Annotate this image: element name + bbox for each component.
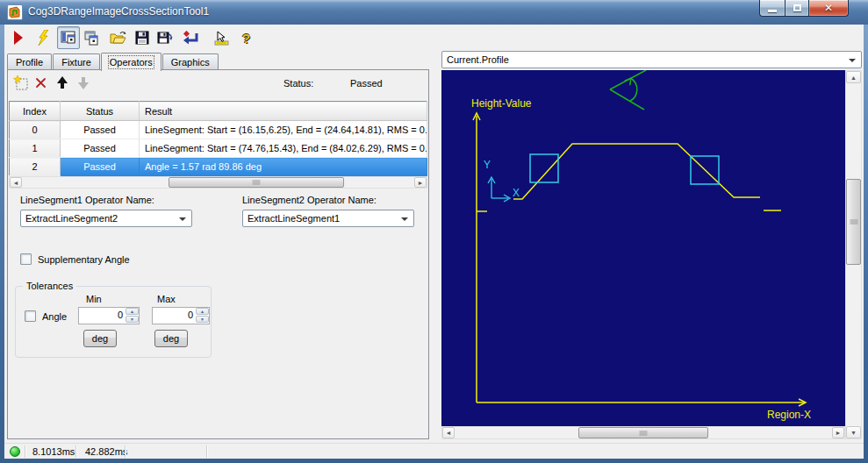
- cell-result[interactable]: LineSegment: Start = (74.76,15.43), End …: [140, 139, 427, 158]
- run-status-indicator-icon: [10, 446, 20, 457]
- maximize-button[interactable]: [786, 0, 809, 17]
- close-icon: ✕: [824, 3, 833, 13]
- scroll-thumb[interactable]: [169, 177, 344, 188]
- profile-display[interactable]: Height-Value Region-X Y X: [441, 70, 845, 426]
- chart-h-scrollbar[interactable]: ◄ ►: [441, 426, 845, 439]
- angle-arm: [610, 89, 644, 110]
- table-row[interactable]: 1 Passed LineSegment: Start = (74.76,15.…: [10, 139, 427, 158]
- spin-down-icon[interactable]: ▼: [126, 316, 139, 323]
- linesegment1-combobox[interactable]: ExtractLineSegment2: [20, 210, 192, 227]
- angle-max-updown[interactable]: 0 ▲ ▼: [152, 307, 210, 324]
- move-down-icon: [76, 75, 90, 90]
- scroll-up-icon[interactable]: ▲: [846, 71, 861, 83]
- add-operator-icon: [13, 75, 29, 91]
- cell-status[interactable]: Passed: [61, 139, 140, 158]
- cell-index[interactable]: 2: [10, 158, 61, 176]
- status-label: Status:: [283, 78, 313, 89]
- min-label: Min: [86, 294, 102, 304]
- spin-up-icon[interactable]: ▲: [126, 308, 139, 315]
- help-button[interactable]: ?: [242, 28, 250, 47]
- max-deg-button[interactable]: deg: [154, 330, 188, 347]
- move-up-button[interactable]: [55, 75, 71, 91]
- statusbar-separator: [25, 445, 25, 458]
- table-h-scrollbar[interactable]: ◄ ►: [9, 176, 427, 189]
- reset-button[interactable]: [183, 28, 198, 47]
- tab-profile[interactable]: Profile: [7, 53, 52, 70]
- cell-result[interactable]: Angle = 1.57 rad 89.86 deg: [140, 158, 427, 176]
- cell-status[interactable]: Passed: [61, 121, 140, 139]
- chart-v-scrollbar[interactable]: ▲ ▼: [845, 70, 862, 439]
- add-operator-button[interactable]: [13, 75, 29, 91]
- table-row-selected[interactable]: 2 Passed Angle = 1.57 rad 89.86 deg: [10, 158, 427, 176]
- profile-line: [513, 144, 760, 199]
- run-button[interactable]: [11, 28, 25, 47]
- supplementary-angle-label: Supplementary Angle: [38, 254, 130, 265]
- table-header-row: Index Status Result: [10, 102, 427, 121]
- minimize-button[interactable]: [759, 0, 786, 17]
- move-up-icon: [55, 75, 69, 90]
- titlebar[interactable]: Cog3DRangeImageCrossSectionTool1 ✕: [0, 0, 868, 25]
- profile-plot[interactable]: Height-Value Region-X Y X: [441, 70, 845, 426]
- chevron-down-icon[interactable]: [849, 59, 856, 62]
- show-floating-tool-window-button[interactable]: [57, 26, 80, 49]
- open-button[interactable]: [110, 28, 126, 47]
- x-axis-label: Region-X: [767, 409, 811, 421]
- col-header-result[interactable]: Result: [140, 102, 427, 121]
- scroll-right-icon[interactable]: ►: [414, 177, 427, 188]
- status-bar: 8.1013ms 42.882ms: [4, 443, 864, 459]
- coordinate-axes-marker: [488, 177, 510, 202]
- reset-arrow-icon: [183, 31, 198, 46]
- tolerances-legend: Tolerances: [23, 281, 76, 291]
- show-tool-windows-button[interactable]: [83, 28, 99, 47]
- scroll-left-icon[interactable]: ◄: [10, 177, 22, 188]
- col-header-status[interactable]: Status: [61, 102, 140, 121]
- statusbar-separator: [206, 445, 207, 458]
- angle-min-value[interactable]: 0: [79, 310, 123, 320]
- scroll-thumb[interactable]: [578, 427, 708, 438]
- angle-min-updown[interactable]: 0 ▲ ▼: [78, 307, 140, 324]
- move-down-button[interactable]: [76, 75, 92, 91]
- min-deg-button[interactable]: deg: [83, 330, 117, 347]
- thumb-grip: [850, 220, 857, 224]
- extract-segment-region-box[interactable]: [530, 154, 558, 182]
- chevron-down-icon[interactable]: [179, 217, 186, 221]
- supplementary-angle-checkbox[interactable]: [20, 253, 32, 265]
- results-table: Index Status Result 0 Passed LineSegment…: [9, 101, 427, 176]
- cell-status[interactable]: Passed: [61, 158, 140, 176]
- save-as-button[interactable]: [157, 28, 174, 47]
- chevron-down-icon[interactable]: [401, 217, 408, 221]
- window-title: Cog3DRangeImageCrossSectionTool1: [28, 5, 209, 18]
- scroll-thumb[interactable]: [846, 179, 861, 265]
- linesegment1-value: ExtractLineSegment2: [25, 213, 118, 224]
- total-time: 42.882ms: [85, 446, 127, 457]
- cell-index[interactable]: 0: [10, 121, 61, 139]
- tab-fixture[interactable]: Fixture: [53, 53, 100, 70]
- max-label: Max: [157, 294, 176, 304]
- maximize-icon: [793, 4, 801, 11]
- spin-up-icon[interactable]: ▲: [196, 308, 209, 315]
- cascade-windows-icon: [83, 31, 99, 46]
- close-button[interactable]: ✕: [809, 0, 849, 17]
- angle-max-value[interactable]: 0: [153, 310, 193, 320]
- scroll-left-icon[interactable]: ◄: [442, 427, 455, 438]
- statusbar-separator: [125, 445, 126, 458]
- electrode-button[interactable]: [212, 28, 230, 47]
- marker-x-label: X: [513, 187, 520, 199]
- angle-tolerance-checkbox[interactable]: [25, 310, 36, 322]
- table-row[interactable]: 0 Passed LineSegment: Start = (16.15,6.2…: [10, 121, 427, 139]
- delete-operator-button[interactable]: [34, 75, 50, 91]
- scroll-right-icon[interactable]: ►: [832, 427, 844, 438]
- status-value: Passed: [350, 78, 383, 89]
- spin-down-icon[interactable]: ▼: [196, 316, 209, 323]
- cell-result[interactable]: LineSegment: Start = (16.15,6.25), End =…: [140, 121, 427, 139]
- run-continuous-button[interactable]: [36, 28, 50, 47]
- linesegment2-combobox[interactable]: ExtractLineSegment1: [242, 210, 414, 227]
- tab-operators[interactable]: Operators: [101, 53, 161, 71]
- main-toolbar: ?: [4, 25, 864, 51]
- tab-graphics[interactable]: Graphics: [162, 53, 219, 70]
- col-header-index[interactable]: Index: [10, 102, 61, 121]
- display-selector-combobox[interactable]: Current.Profile: [441, 51, 862, 68]
- save-button[interactable]: [135, 28, 149, 47]
- scroll-down-icon[interactable]: ▼: [846, 426, 861, 438]
- cell-index[interactable]: 1: [10, 139, 61, 158]
